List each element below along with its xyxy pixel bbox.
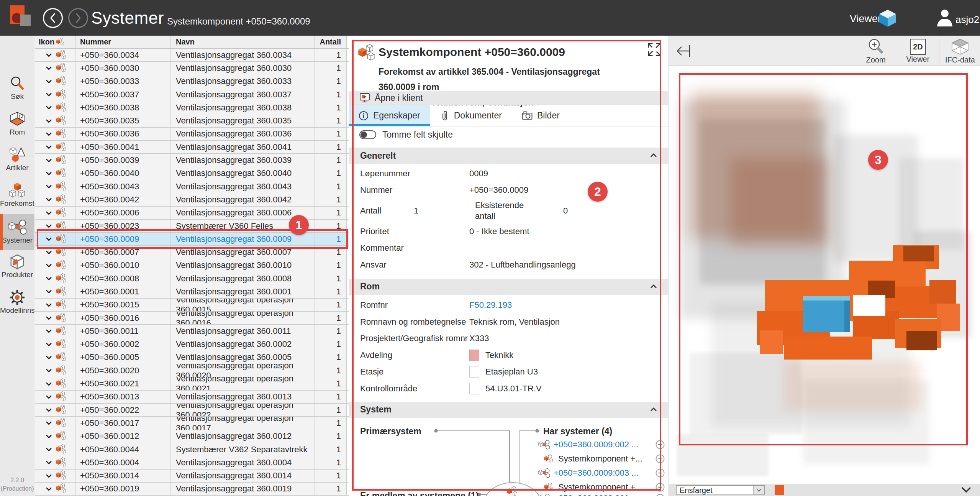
- tab-bilder[interactable]: Bilder: [512, 105, 570, 126]
- chevron-down-icon[interactable]: [46, 447, 52, 452]
- table-row[interactable]: +050=360.0011 Ventilasjonsaggregat 360.0…: [35, 325, 349, 338]
- table-row[interactable]: +050=360.0022 Ventilasjonsaggregat opera…: [35, 404, 349, 417]
- chevron-down-icon[interactable]: [46, 211, 52, 215]
- chevron-down-icon[interactable]: [46, 105, 52, 110]
- forward-button[interactable]: [68, 8, 88, 28]
- add-icon[interactable]: [656, 494, 665, 496]
- color-mode-select[interactable]: Ensfarget: [676, 485, 765, 495]
- table-row[interactable]: +050=360.0006 Ventilasjonsaggregat 360.0…: [35, 207, 349, 220]
- table-row[interactable]: +050=360.0021 Ventilasjonsaggregat opera…: [35, 377, 349, 390]
- sidebar-item-modellinnstillinger[interactable]: Modellinnstill: [0, 288, 34, 321]
- chevron-down-icon[interactable]: [46, 487, 52, 491]
- chevron-down-icon[interactable]: [46, 79, 52, 84]
- username-label[interactable]: asjo2: [955, 14, 979, 26]
- column-header-nummer[interactable]: Nummer: [75, 36, 170, 48]
- system-item-label[interactable]: Systemkomponent +...: [558, 482, 652, 492]
- table-row[interactable]: +050=360.0004 Ventilasjonsaggregat 360.0…: [35, 456, 349, 469]
- section-header-rom[interactable]: Rom: [349, 279, 669, 295]
- column-header-navn[interactable]: Navn: [170, 36, 315, 48]
- chevron-down-icon[interactable]: [46, 184, 52, 189]
- tab-dokumenter[interactable]: Dokumenter: [430, 105, 512, 126]
- sidebar-item-rom[interactable]: Rom: [0, 110, 34, 143]
- chevron-down-icon[interactable]: [46, 382, 52, 386]
- chevron-down-icon[interactable]: [46, 303, 52, 307]
- table-row[interactable]: +050=360.0010 Ventilasjonsaggregat 360.0…: [35, 259, 349, 272]
- table-row[interactable]: +050=360.0041 Ventilasjonsaggregat 360.0…: [35, 141, 349, 154]
- table-row[interactable]: +050=360.0001 Ventilasjonsaggregat 360.0…: [35, 285, 349, 298]
- chevron-down-icon[interactable]: [46, 119, 52, 123]
- sidebar-item-systemer[interactable]: Systemer: [0, 214, 34, 250]
- chevron-down-icon[interactable]: [46, 132, 52, 136]
- table-row[interactable]: +050=360.0023 Systembærer V360 Felles 1: [35, 220, 349, 233]
- chevron-down-icon[interactable]: [46, 250, 52, 255]
- chevron-down-icon[interactable]: [46, 329, 52, 333]
- back-button[interactable]: [43, 8, 63, 28]
- chevron-down-icon[interactable]: [46, 263, 52, 268]
- chevron-down-icon[interactable]: [46, 53, 52, 57]
- chevron-down-icon[interactable]: [46, 289, 52, 294]
- system-item-label[interactable]: Systemkomponent +...: [558, 454, 652, 464]
- empty-fields-toggle[interactable]: [359, 130, 376, 139]
- chevron-down-icon[interactable]: [46, 460, 52, 465]
- chevron-down-icon[interactable]: [46, 395, 52, 399]
- chevron-down-icon[interactable]: [46, 408, 52, 412]
- chevron-down-icon[interactable]: [46, 197, 52, 202]
- table-row[interactable]: +050=360.0008 Ventilasjonsaggregat 360.0…: [35, 272, 349, 285]
- table-row[interactable]: +050=360.0043 Ventilasjonsaggregat 360.0…: [35, 180, 349, 193]
- table-row[interactable]: +050=360.0039 Ventilasjonsaggregat 360.0…: [35, 154, 349, 167]
- add-icon[interactable]: [656, 440, 665, 449]
- table-row[interactable]: +050=360.0020 Ventilasjonsaggregat opera…: [35, 364, 349, 377]
- field-value[interactable]: Etasjeplan U3: [485, 367, 538, 377]
- field-value[interactable]: Teknikk: [485, 350, 513, 360]
- column-header-ikon[interactable]: Ikon: [35, 36, 75, 48]
- chevron-down-icon[interactable]: [46, 145, 52, 149]
- chevron-down-icon[interactable]: [46, 421, 52, 425]
- chevron-down-icon[interactable]: [961, 486, 972, 493]
- add-icon[interactable]: [656, 483, 665, 492]
- user-avatar-icon[interactable]: [935, 9, 953, 28]
- table-row[interactable]: +050=360.0044 Systembærer V362 Separatav…: [35, 443, 349, 456]
- chevron-down-icon[interactable]: [46, 276, 52, 281]
- collapse-panel-icon[interactable]: [674, 43, 694, 59]
- section-header-generelt[interactable]: Generelt: [349, 148, 669, 164]
- table-row[interactable]: +050=360.0002 Ventilasjonsaggregat 360.0…: [35, 338, 349, 351]
- field-value[interactable]: X333: [469, 333, 489, 343]
- expand-icon[interactable]: [647, 42, 662, 57]
- add-icon[interactable]: [656, 454, 665, 463]
- chevron-down-icon[interactable]: [46, 474, 52, 478]
- table-row[interactable]: +050=360.0016 Ventilasjonsaggregat opera…: [35, 312, 349, 325]
- table-row[interactable]: +050=360.0015 Ventilasjonsaggregat opera…: [35, 299, 349, 312]
- sidebar-item-sok[interactable]: Søk: [0, 74, 34, 107]
- table-row[interactable]: +050=360.0037 Ventilasjonsaggregat 360.0…: [35, 88, 349, 101]
- column-header-antall[interactable]: Antall: [315, 36, 347, 48]
- sidebar-item-produkter[interactable]: Produkter: [0, 252, 34, 285]
- 2d-viewer-button[interactable]: 2D Viewer: [897, 36, 939, 66]
- chevron-down-icon[interactable]: [46, 92, 52, 97]
- add-icon[interactable]: [656, 468, 665, 478]
- field-value[interactable]: F50.29.193: [469, 300, 512, 310]
- table-row[interactable]: +050=360.0034 Ventilasjonsaggregat 360.0…: [35, 49, 349, 62]
- table-row[interactable]: +050=360.0017 Ventilasjonsaggregat opera…: [35, 417, 349, 430]
- chevron-down-icon[interactable]: [46, 237, 52, 241]
- sidebar-item-forekomster[interactable]: Forekomster: [0, 181, 34, 214]
- system-item-label[interactable]: +050=360.0009:003 ...: [554, 468, 652, 478]
- table-row[interactable]: +050=360.0033 Ventilasjonsaggregat 360.0…: [35, 75, 349, 88]
- table-row[interactable]: +050=360.0012 Ventilasjonsaggregat 360.0…: [35, 430, 349, 443]
- open-in-client-button[interactable]: Åpne i klient: [349, 91, 669, 105]
- table-row[interactable]: +050=360.0013 Ventilasjonsaggregat 360.0…: [35, 391, 349, 404]
- table-row[interactable]: +050=360.0040 Ventilasjonsaggregat 360.0…: [35, 167, 349, 180]
- chevron-down-icon[interactable]: [46, 158, 52, 163]
- ifc-data-button[interactable]: IFC-data: [939, 36, 980, 66]
- table-row[interactable]: +050=360.0009 Ventilasjonsaggregat 360.0…: [35, 233, 349, 246]
- system-item-label[interactable]: +050=360.0009:001: [554, 493, 652, 496]
- orange-color-swatch[interactable]: [775, 485, 784, 495]
- tab-egenskaper[interactable]: Egenskaper: [349, 105, 430, 126]
- chevron-down-icon[interactable]: [46, 434, 52, 439]
- field-value[interactable]: 54.U3.01-TR.V: [485, 384, 542, 394]
- model-viewport[interactable]: [669, 66, 980, 484]
- section-header-system[interactable]: System: [349, 402, 669, 418]
- zoom-button[interactable]: Zoom: [855, 36, 897, 66]
- table-row[interactable]: +050=360.0038 Ventilasjonsaggregat 360.0…: [35, 101, 349, 114]
- viewer-cube-icon[interactable]: [878, 8, 897, 29]
- chevron-down-icon[interactable]: [46, 224, 52, 228]
